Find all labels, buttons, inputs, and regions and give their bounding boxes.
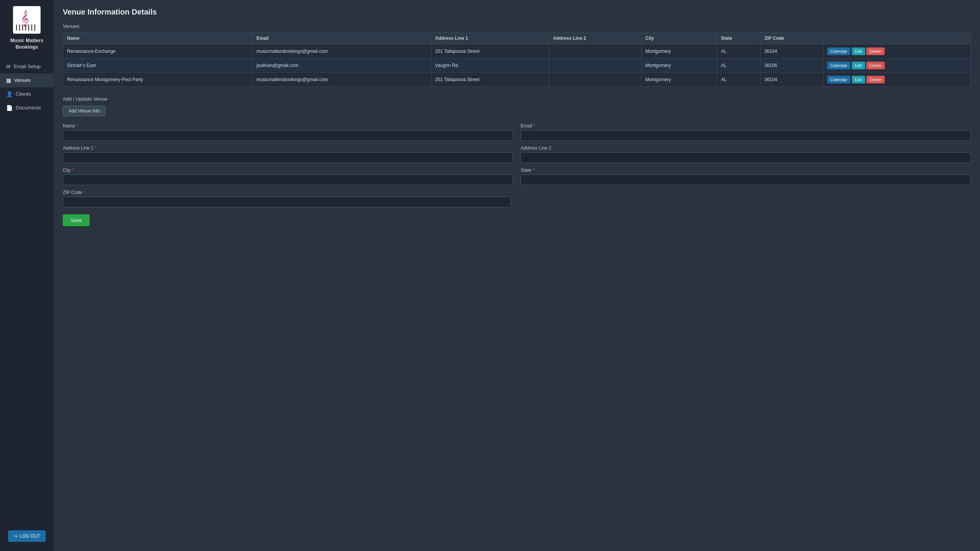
svg-text:𝄞: 𝄞 [21,10,29,27]
table-cell: AL [717,73,760,87]
save-button[interactable]: Save [63,214,90,226]
col-header-email: Email [252,33,431,44]
city-label: City * [63,168,513,173]
address1-required: * [95,145,96,151]
table-cell: Montgomery [641,59,717,73]
edit-button[interactable]: Edit [852,76,865,83]
email-label: Email * [521,123,971,129]
table-body: Renaissance-Exchangemusicmattersbookings… [63,44,971,87]
sidebar-item-documents[interactable]: 📄 Documents [0,101,54,115]
main-content: Venue Information Details Venues Name Em… [54,0,980,551]
venues-icon: ▦ [6,77,11,83]
col-header-state: State [717,33,760,44]
table-cell: jsullivan@gmail.com [252,59,431,73]
name-label: Name * [63,123,513,129]
email-input[interactable] [521,130,971,141]
table-cell: Sinclair's East [63,59,253,73]
table-cell: 36104 [760,73,823,87]
delete-button[interactable]: Delete [866,76,885,83]
app-title: Music Matters Bookings [10,37,44,51]
address2-input[interactable] [521,152,971,163]
form-section-label: Add / Update Venue [63,96,971,102]
form-group-zip-spacer [523,190,971,207]
form-group-state: State * [521,168,971,185]
col-header-actions1 [823,33,872,44]
table-cell: AL [717,59,760,73]
sidebar: 𝄞 Music Matters Bookings ✉ Email Setup ▦… [0,0,54,551]
form-group-city: City * [63,168,513,185]
table-cell [549,59,641,73]
state-input[interactable] [521,174,971,185]
state-required: * [532,168,534,173]
col-header-actions3 [921,33,971,44]
table-cell: Montgomery [641,44,717,59]
logout-icon: ↪ [13,533,17,539]
col-header-zip: ZIP Code [760,33,823,44]
table-cell: Renaissance-Exchange [63,44,253,59]
sidebar-item-label: Email Setup [14,64,41,69]
table-cell [549,44,641,59]
email-icon: ✉ [6,64,11,70]
table-cell: Renaissance Montgomery-Pool Party [63,73,253,87]
name-required: * [76,123,78,129]
sidebar-item-label: Documents [16,105,41,111]
logout-label: LOG OUT [20,533,40,539]
documents-icon: 📄 [6,105,13,111]
calendar-button[interactable]: Calendar [827,76,851,83]
page-title: Venue Information Details [63,8,971,16]
sidebar-item-email-setup[interactable]: ✉ Email Setup [0,60,54,73]
sidebar-item-venues[interactable]: ▦ Venues [0,73,54,87]
table-cell: musicmattersbookings@gmail.com [252,73,431,87]
table-cell: 36104 [760,44,823,59]
calendar-button[interactable]: Calendar [827,62,851,69]
zip-required: * [83,190,85,195]
table-cell: Montgomery [641,73,717,87]
form-group-name: Name * [63,123,513,141]
edit-button[interactable]: Edit [852,62,865,69]
form-row-name-email: Name * Email * [63,123,971,141]
address1-input[interactable] [63,152,513,163]
table-cell: AL [717,44,760,59]
table-action-cell: Calendar Edit Delete [823,59,970,73]
table-header-row: Name Email Address Line 1 Address Line 2… [63,33,971,44]
edit-button[interactable]: Edit [852,47,865,55]
svg-rect-7 [32,24,34,31]
address1-label: Address Line 1 * [63,145,513,151]
logo-area: 𝄞 Music Matters Bookings [10,6,44,51]
city-input[interactable] [63,174,513,185]
table-cell: musicmattersbookings@gmail.com [252,44,431,59]
form-group-address2: Address Line 2 [521,145,971,163]
zip-input[interactable] [63,197,511,207]
sidebar-item-clients[interactable]: 👤 Clients [0,87,54,101]
form-group-address1: Address Line 1 * [63,145,513,163]
city-required: * [72,168,74,173]
table-cell: 201 Tallapoosa Street [431,44,549,59]
table-row: Renaissance-Exchangemusicmattersbookings… [63,44,971,59]
email-required: * [533,123,535,129]
sidebar-item-label: Venues [14,77,31,83]
clients-icon: 👤 [6,91,13,97]
delete-button[interactable]: Delete [866,47,885,55]
svg-rect-6 [29,24,31,31]
svg-rect-8 [35,24,38,31]
name-input[interactable] [63,130,513,141]
calendar-button[interactable]: Calendar [827,47,851,55]
table-action-cell: Calendar Edit Delete [823,73,970,87]
col-header-address1: Address Line 1 [431,33,549,44]
col-header-city: City [641,33,717,44]
col-header-name: Name [63,33,253,44]
col-header-actions2 [872,33,921,44]
delete-button[interactable]: Delete [866,62,885,69]
venues-section-label: Venues [63,23,971,29]
table-row: Renaissance Montgomery-Pool Partymusicma… [63,73,971,87]
form-row-city-state: City * State * [63,168,971,185]
table-row: Sinclair's Eastjsullivan@gmail.comVaughn… [63,59,971,73]
add-venue-info-button[interactable]: Add Venue Info [63,106,106,116]
app-logo: 𝄞 [13,6,41,34]
sidebar-item-label: Clients [16,91,31,97]
form-row-address: Address Line 1 * Address Line 2 [63,145,971,163]
table-cell: 201 Tallapoosa Street [431,73,549,87]
logout-button[interactable]: ↪ LOG OUT [8,530,46,542]
table-cell: Vaughn Rd. [431,59,549,73]
form-group-zip: ZIP Code * [63,190,515,207]
